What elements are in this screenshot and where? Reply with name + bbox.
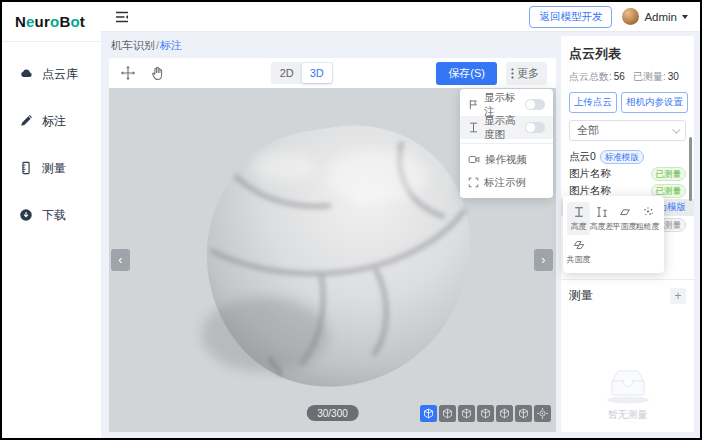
upload-point-cloud-button[interactable]: 上传点云 — [569, 92, 617, 113]
cube-icon — [442, 408, 453, 419]
panel-title: 点云列表 — [569, 45, 686, 63]
empty-text: 暂无测量 — [608, 408, 648, 422]
filter-selected-value: 全部 — [577, 123, 599, 138]
viewer-card: 2D 3D 保存(S) 更多 — [109, 58, 556, 432]
sidebar-item-point-cloud-library[interactable]: 点云库 — [2, 62, 101, 109]
tool-label: 粗糙度 — [636, 221, 660, 232]
sidebar-item-label: 标注 — [42, 113, 66, 129]
more-dropdown-menu: 显示标注 显示高度图 操作视频 — [460, 89, 553, 198]
user-name: Admin — [644, 11, 677, 23]
cube-icon — [518, 408, 529, 419]
sidebar-item-download[interactable]: 下载 — [2, 203, 101, 250]
prev-image-button[interactable]: ‹ — [111, 249, 130, 271]
pan-move-icon[interactable] — [118, 63, 138, 83]
collapse-menu-icon[interactable] — [112, 7, 132, 27]
add-measure-button[interactable]: + — [670, 288, 686, 304]
app-logo: NeuroBot — [15, 13, 85, 30]
menu-item-label: 操作视频 — [485, 153, 527, 167]
cube-icon — [499, 408, 510, 419]
show-annotation-toggle[interactable] — [525, 99, 545, 110]
empty-state: 暂无测量 — [569, 361, 686, 426]
sidebar-item-annotate[interactable]: 标注 — [2, 109, 101, 156]
view-mode-toggle: 2D 3D — [271, 62, 333, 84]
sidebar-item-label: 点云库 — [42, 66, 78, 82]
show-height-map-toggle[interactable] — [525, 122, 545, 133]
reset-view-button[interactable] — [534, 405, 551, 422]
empty-box-icon — [599, 361, 657, 405]
sidebar-item-label: 下载 — [42, 207, 66, 223]
canvas-column: 机车识别/标注 2D 3D 保存(S) 更多 — [109, 36, 556, 432]
frame-icon — [468, 177, 479, 188]
point-cloud-panel: 点云列表 点云总数:56 已测量:30 上传点云 相机内参设置 全部 点云0 标… — [561, 36, 694, 432]
menu-item-operation-video[interactable]: 操作视频 — [460, 148, 553, 171]
breadcrumb-separator: / — [156, 39, 159, 51]
save-button[interactable]: 保存(S) — [436, 62, 497, 85]
filter-select[interactable]: 全部 — [569, 120, 686, 141]
sidebar-item-measure[interactable]: 测量 — [2, 156, 101, 203]
menu-item-annotation-example[interactable]: 标注示例 — [460, 171, 553, 194]
view-iso-button[interactable] — [420, 405, 437, 422]
tooth-mesh-render — [179, 116, 497, 400]
annotate-icon — [19, 113, 33, 132]
logo-text: t — [80, 13, 85, 30]
mode-3d-button[interactable]: 3D — [302, 63, 332, 83]
mode-2d-button[interactable]: 2D — [272, 63, 302, 83]
menu-item-show-height-map[interactable]: 显示高度图 — [460, 116, 553, 139]
logo-text: o — [50, 13, 59, 30]
measured-count: 已测量:30 — [633, 70, 679, 84]
cube-icon — [461, 408, 472, 419]
measure-section: 测量 + — [569, 279, 686, 311]
measure-tools-popup: 高度 高度差 平面度 粗糙度 — [563, 196, 664, 273]
tool-height-diff[interactable]: 高度差 — [590, 202, 613, 235]
camera-intrinsics-button[interactable]: 相机内参设置 — [621, 92, 688, 113]
avatar — [622, 8, 639, 25]
main-area: 返回模型开发 Admin 机车识别/标注 2D — [101, 2, 700, 438]
back-to-model-dev-button[interactable]: 返回模型开发 — [529, 6, 612, 28]
hand-drag-icon[interactable] — [147, 63, 167, 83]
template-badge: 标准模版 — [600, 150, 644, 164]
measured-value: 30 — [668, 71, 679, 82]
view-front-button[interactable] — [439, 405, 456, 422]
view-top-button[interactable] — [515, 405, 532, 422]
chevron-down-icon — [682, 15, 688, 19]
point-cloud-library-icon — [19, 66, 33, 85]
tool-label: 高度 — [571, 221, 587, 232]
view-orientation-bar — [420, 405, 551, 422]
measure-header: 测量 + — [569, 280, 686, 311]
logo-row: NeuroBot — [2, 2, 101, 42]
list-item[interactable]: 点云0 标准模版 — [569, 148, 686, 165]
measured-badge: 已测量 — [651, 167, 687, 181]
measure-title: 测量 — [569, 287, 593, 304]
roughness-icon — [642, 206, 654, 218]
height-diff-icon — [596, 206, 608, 218]
logo-text: B — [59, 13, 70, 30]
tool-flatness[interactable]: 平面度 — [613, 202, 636, 235]
vertical-dots-icon — [511, 68, 514, 79]
breadcrumb-parent[interactable]: 机车识别 — [111, 39, 155, 51]
top-header: 返回模型开发 Admin — [101, 2, 700, 32]
tool-label: 共面度 — [567, 254, 591, 265]
image-name: 图片名称 — [569, 167, 611, 181]
list-item[interactable]: 图片名称 已测量 — [569, 165, 686, 182]
locate-icon — [537, 408, 548, 419]
user-menu[interactable]: Admin — [622, 8, 688, 25]
video-icon — [468, 154, 480, 165]
list-scrollbar[interactable] — [689, 137, 692, 201]
image-counter: 30/300 — [306, 405, 359, 421]
tool-label: 高度差 — [590, 221, 614, 232]
tool-height[interactable]: 高度 — [567, 202, 590, 235]
tool-roughness[interactable]: 粗糙度 — [636, 202, 659, 235]
download-icon — [19, 207, 33, 226]
more-button[interactable]: 更多 — [506, 62, 547, 85]
tool-coplanarity[interactable]: 共面度 — [567, 235, 590, 268]
viewer-toolbar: 2D 3D 保存(S) 更多 — [109, 58, 556, 88]
view-back-button[interactable] — [458, 405, 475, 422]
view-left-button[interactable] — [477, 405, 494, 422]
view-right-button[interactable] — [496, 405, 513, 422]
next-image-button[interactable]: › — [534, 249, 553, 271]
logo-text: N — [15, 13, 26, 30]
sidebar: NeuroBot 点云库 标注 测量 下载 — [2, 2, 101, 438]
measure-icon — [19, 160, 33, 179]
point-cloud-name: 点云0 — [569, 150, 596, 164]
content-area: 机车识别/标注 2D 3D 保存(S) 更多 — [101, 32, 700, 438]
